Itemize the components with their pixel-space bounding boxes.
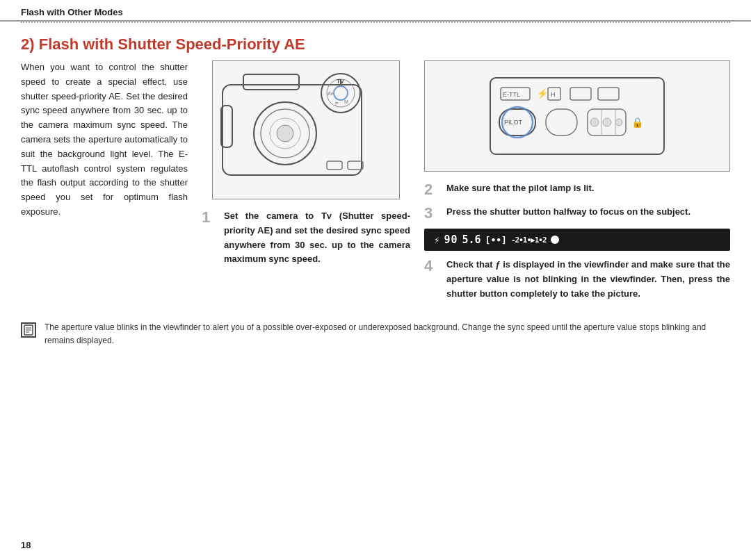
- svg-text:E-TTL: E-TTL: [503, 91, 520, 98]
- header-title: Flash with Other Modes: [21, 7, 123, 17]
- svg-point-13: [334, 86, 348, 100]
- svg-rect-23: [570, 88, 591, 100]
- middle-column: Tv Av M P: [202, 60, 410, 308]
- svg-rect-17: [490, 78, 664, 154]
- step4-number: 4: [424, 258, 441, 274]
- camera-svg: Tv Av M P: [216, 64, 396, 196]
- footnote-text: The aperture value blinks in the viewfin…: [45, 321, 730, 347]
- svg-point-32: [590, 118, 599, 126]
- svg-point-33: [603, 118, 611, 126]
- flash-diagram: E-TTL ⚡ H PILOT: [424, 60, 730, 172]
- page-container: Flash with Other Modes 2) Flash with Shu…: [0, 0, 751, 560]
- viewfinder-bar: ⚡ 90 5.6 [••] ‑2∙1∙▶1∙2: [424, 229, 730, 251]
- step1-text: Set the camera to Tv (Shutter speed-prio…: [224, 209, 410, 267]
- page-number: 18: [21, 540, 31, 550]
- vf-end-dot: [551, 236, 559, 244]
- section-heading-text: Flash with Shutter Speed-Priority AE: [39, 35, 305, 53]
- vf-shutter-speed: 90: [444, 233, 458, 246]
- vf-aperture-value: 5.6: [462, 233, 481, 246]
- step2-text: Make sure that the pilot lamp is lit.: [446, 181, 594, 196]
- step4-block: 4 Check that ƒ is displayed in the viewf…: [424, 258, 730, 301]
- svg-rect-15: [327, 161, 342, 170]
- svg-text:PILOT: PILOT: [504, 119, 523, 126]
- vf-bracket: [••]: [485, 235, 507, 245]
- section-heading: 2) Flash with Shutter Speed-Priority AE: [0, 23, 751, 60]
- right-column: E-TTL ⚡ H PILOT: [424, 60, 730, 308]
- svg-rect-1: [243, 74, 299, 90]
- svg-point-34: [615, 119, 622, 126]
- step3-number: 3: [424, 205, 441, 222]
- svg-rect-28: [546, 109, 577, 135]
- step2-number: 2: [424, 181, 441, 198]
- svg-rect-16: [348, 161, 363, 170]
- flash-svg: E-TTL ⚡ H PILOT: [480, 64, 675, 168]
- vf-flash-symbol: ⚡: [434, 234, 439, 245]
- svg-text:P: P: [335, 101, 339, 106]
- svg-text:M: M: [344, 99, 348, 104]
- left-body-text: When you want to control the shutter spe…: [21, 60, 188, 220]
- svg-text:🔒: 🔒: [631, 117, 644, 129]
- header-bar: Flash with Other Modes: [0, 0, 751, 22]
- svg-rect-24: [598, 88, 619, 100]
- step2-block: 2 Make sure that the pilot lamp is lit.: [424, 181, 730, 198]
- svg-text:⚡: ⚡: [537, 88, 549, 99]
- svg-point-12: [277, 125, 293, 142]
- svg-text:H: H: [551, 91, 556, 98]
- main-content: When you want to control the shutter spe…: [0, 60, 751, 308]
- svg-text:Av: Av: [328, 91, 334, 96]
- step3-block: 3 Press the shutter button halfway to fo…: [424, 205, 730, 222]
- vf-compensation-scale: ‑2∙1∙▶1∙2: [511, 236, 547, 245]
- note-icon: [21, 322, 36, 338]
- step4-text: Check that ƒ is displayed in the viewfin…: [446, 258, 730, 301]
- step3-text: Press the shutter button halfway to focu…: [446, 205, 691, 220]
- section-number: 2): [21, 35, 35, 53]
- camera-diagram: Tv Av M P: [212, 60, 400, 199]
- step1-block: 1 Set the camera to Tv (Shutter speed-pr…: [202, 209, 410, 267]
- footer-area: The aperture value blinks in the viewfin…: [0, 308, 751, 354]
- step1-number: 1: [202, 209, 218, 226]
- left-column: When you want to control the shutter spe…: [21, 60, 188, 308]
- note-svg: [23, 324, 34, 336]
